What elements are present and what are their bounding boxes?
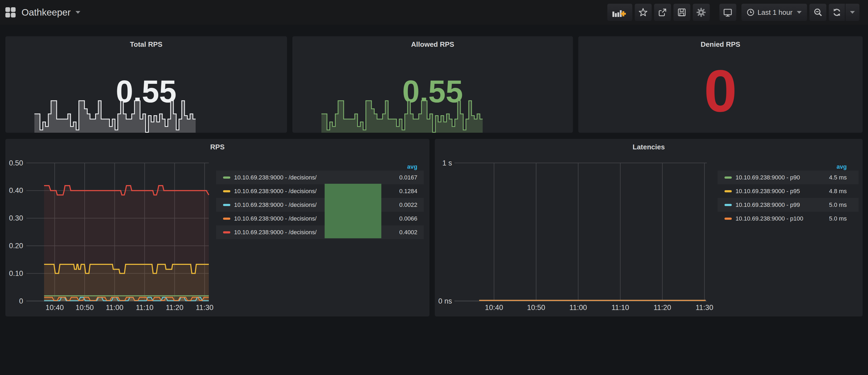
legend-series-avg: 0.0066 bbox=[399, 215, 424, 222]
legend-series-avg: 4.5 ms bbox=[829, 174, 859, 181]
legend-rows: 10.10.69.238:9000 - /decisions/0.016710.… bbox=[216, 170, 424, 239]
legend-series-swatch[interactable] bbox=[223, 218, 230, 220]
save-button[interactable] bbox=[674, 4, 690, 21]
legend-series-swatch[interactable] bbox=[223, 190, 230, 192]
panel-denied-rps: Denied RPS 0 bbox=[578, 36, 863, 133]
legend-series-name: 10.10.69.238:9000 - /decisions/ bbox=[234, 215, 316, 222]
panel-rps: RPS 00.100.200.300.400.5010:4010:5011:00… bbox=[5, 139, 429, 316]
svg-text:11:00: 11:00 bbox=[569, 304, 587, 312]
total-rps-sparkline bbox=[34, 100, 196, 133]
grafana-dashboard: Oathkeeper bbox=[0, 0, 868, 375]
svg-text:0 ns: 0 ns bbox=[438, 297, 452, 305]
svg-text:0.30: 0.30 bbox=[9, 214, 23, 222]
legend-series-avg: 4.8 ms bbox=[829, 188, 859, 195]
save-icon bbox=[677, 8, 686, 17]
legend-series-swatch[interactable] bbox=[223, 177, 230, 179]
legend-series-name: 10.10.69.238:9000 - p95 bbox=[736, 188, 800, 195]
svg-text:11:20: 11:20 bbox=[166, 304, 184, 312]
svg-text:10:50: 10:50 bbox=[527, 304, 545, 312]
dashboard-title[interactable]: Oathkeeper bbox=[22, 7, 71, 18]
gear-icon bbox=[696, 7, 706, 17]
allowed-rps-sparkline bbox=[321, 100, 483, 133]
legend-item[interactable]: 10.10.69.238:9000 - /decisions/0.0167 bbox=[216, 170, 424, 184]
legend-series-avg: 5.0 ms bbox=[829, 201, 859, 209]
panel-total-rps: Total RPS 0.55 bbox=[5, 36, 287, 133]
stat-value: 0 bbox=[578, 62, 863, 121]
monitor-icon bbox=[723, 8, 732, 17]
svg-text:0: 0 bbox=[19, 297, 23, 305]
legend-series-name: 10.10.69.238:9000 - /decisions/ bbox=[234, 188, 316, 195]
zoom-out-icon bbox=[813, 8, 823, 17]
legend-item[interactable]: 10.10.69.238:9000 - /decisions/0.1284 bbox=[216, 184, 424, 198]
legend-avg-header[interactable]: avg bbox=[216, 163, 424, 170]
time-range-chevron-down-icon bbox=[797, 11, 802, 14]
svg-text:0.40: 0.40 bbox=[9, 186, 23, 194]
time-range-label: Last 1 hour bbox=[757, 8, 793, 17]
panel-title[interactable]: Total RPS bbox=[5, 36, 287, 49]
grafana-apps-logo-icon[interactable] bbox=[5, 7, 16, 18]
svg-text:11:10: 11:10 bbox=[136, 304, 153, 312]
legend-series-swatch[interactable] bbox=[724, 177, 732, 179]
legend-avg-header[interactable]: avg bbox=[717, 163, 859, 170]
legend-series-name: 10.10.69.238:9000 - /decisions/ bbox=[234, 201, 316, 209]
legend-item[interactable]: 10.10.69.238:9000 - /decisions/0.0066 bbox=[216, 212, 424, 225]
panel-latencies: Latencies 0 ns1 s10:4010:5011:0011:1011:… bbox=[435, 139, 863, 316]
refresh-interval-chevron-down-icon bbox=[850, 11, 855, 14]
refresh-button-group bbox=[829, 4, 859, 21]
legend-item[interactable]: 10.10.69.238:9000 - /decisions/0.4002 bbox=[216, 225, 424, 239]
svg-text:11:30: 11:30 bbox=[196, 304, 214, 312]
legend-item[interactable]: 10.10.69.238:9000 - p954.8 ms bbox=[717, 184, 859, 198]
legend-series-swatch[interactable] bbox=[724, 218, 732, 220]
zoom-out-button[interactable] bbox=[809, 4, 826, 21]
svg-text:10:40: 10:40 bbox=[485, 304, 503, 312]
add-panel-icon bbox=[613, 8, 627, 17]
legend-series-swatch[interactable] bbox=[223, 231, 230, 233]
legend-item[interactable]: 10.10.69.238:9000 - p904.5 ms bbox=[717, 170, 859, 184]
panel-title[interactable]: Denied RPS bbox=[578, 36, 863, 49]
svg-text:11:00: 11:00 bbox=[106, 304, 124, 312]
settings-button[interactable] bbox=[693, 4, 710, 21]
legend-series-name: 10.10.69.238:9000 - p100 bbox=[736, 215, 803, 222]
svg-text:0.50: 0.50 bbox=[9, 159, 23, 167]
time-range-picker[interactable]: Last 1 hour bbox=[741, 4, 807, 21]
refresh-button[interactable] bbox=[829, 4, 845, 21]
tv-mode-button[interactable] bbox=[719, 4, 736, 21]
refresh-interval-dropdown[interactable] bbox=[845, 4, 859, 21]
svg-text:10:40: 10:40 bbox=[46, 304, 64, 312]
share-button[interactable] bbox=[654, 4, 671, 21]
star-icon bbox=[639, 8, 648, 17]
legend-item[interactable]: 10.10.69.238:9000 - p1005.0 ms bbox=[717, 212, 859, 225]
navbar: Oathkeeper bbox=[0, 0, 868, 25]
share-icon bbox=[658, 8, 667, 17]
latencies-legend: avg 10.10.69.238:9000 - p904.5 ms10.10.6… bbox=[717, 163, 859, 225]
svg-text:11:30: 11:30 bbox=[696, 304, 713, 312]
legend-series-avg: 0.4002 bbox=[399, 229, 424, 236]
star-button[interactable] bbox=[635, 4, 652, 21]
green-overlay-box bbox=[324, 184, 381, 238]
svg-text:10:50: 10:50 bbox=[75, 304, 94, 312]
svg-text:1 s: 1 s bbox=[442, 159, 452, 167]
legend-series-swatch[interactable] bbox=[724, 204, 732, 206]
svg-text:0.10: 0.10 bbox=[9, 270, 23, 278]
svg-text:11:20: 11:20 bbox=[654, 304, 671, 312]
legend-series-avg: 5.0 ms bbox=[829, 215, 859, 222]
svg-text:11:10: 11:10 bbox=[611, 304, 629, 312]
legend-series-avg: 0.0167 bbox=[399, 174, 424, 181]
panel-allowed-rps: Allowed RPS 0.55 bbox=[292, 36, 573, 133]
legend-series-name: 10.10.69.238:9000 - p99 bbox=[736, 201, 800, 209]
refresh-icon bbox=[832, 8, 841, 17]
legend-series-swatch[interactable] bbox=[223, 204, 230, 206]
legend-rows: 10.10.69.238:9000 - p904.5 ms10.10.69.23… bbox=[717, 170, 859, 225]
legend-series-name: 10.10.69.238:9000 - p90 bbox=[736, 174, 800, 181]
legend-series-avg: 0.1284 bbox=[399, 188, 424, 195]
legend-series-avg: 0.0022 bbox=[399, 201, 424, 209]
add-panel-button[interactable] bbox=[607, 4, 632, 21]
panel-title[interactable]: Allowed RPS bbox=[292, 36, 573, 49]
legend-series-swatch[interactable] bbox=[724, 190, 732, 192]
legend-item[interactable]: 10.10.69.238:9000 - p995.0 ms bbox=[717, 198, 859, 212]
rps-legend: avg 10.10.69.238:9000 - /decisions/0.016… bbox=[216, 163, 424, 239]
svg-text:0.20: 0.20 bbox=[9, 242, 23, 250]
dashboard-title-chevron-down-icon[interactable] bbox=[75, 11, 80, 14]
legend-item[interactable]: 10.10.69.238:9000 - /decisions/0.0022 bbox=[216, 198, 424, 212]
clock-icon bbox=[747, 9, 754, 16]
